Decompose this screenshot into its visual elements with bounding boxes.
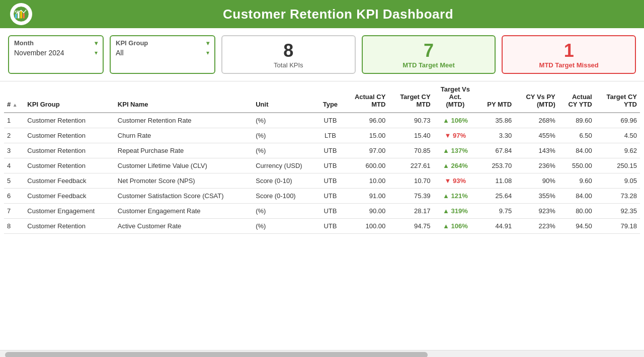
kpi-table: # ▲ KPI Group KPI Name Unit Type Actual … [4, 81, 640, 234]
cell-actual-cy-ytd: 550.00 [558, 158, 595, 173]
cell-target-cy-mtd: 227.61 [388, 158, 433, 173]
mtd-meet-card: 7 MTD Target Meet [362, 35, 496, 74]
target-pct: 106% [451, 117, 467, 124]
cell-cy-vs-py: 455% [515, 128, 558, 143]
svg-rect-4 [20, 11, 22, 18]
cell-num: 8 [4, 219, 24, 234]
cell-target-cy-mtd: 90.73 [388, 113, 433, 128]
cell-unit: (%) [253, 128, 317, 143]
col-target-cy-mtd: Target CYMTD [388, 81, 433, 113]
target-pct: 137% [451, 147, 467, 154]
month-label: Month [14, 39, 34, 47]
total-kpis-card: 8 Total KPIs [221, 35, 356, 74]
col-unit: Unit [253, 81, 317, 113]
cell-target-cy-mtd: 70.85 [388, 143, 433, 158]
cell-kpi-name: Churn Rate [115, 128, 253, 143]
horizontal-scrollbar[interactable] [0, 350, 644, 357]
svg-rect-2 [15, 14, 17, 19]
cell-num: 4 [4, 158, 24, 173]
controls-bar: Month ▾ November 2024 ▾ KPI Group ▾ All … [0, 28, 644, 81]
cell-actual-cy-ytd: 84.00 [558, 189, 595, 204]
target-pct: 106% [451, 222, 467, 230]
col-target-cy-ytd: Target CYYTD [595, 81, 640, 113]
table-body: 1 Customer Retention Customer Retention … [4, 113, 640, 234]
cell-actual-cy-mtd: 600.00 [343, 158, 388, 173]
target-arrow-icon: ▲ [443, 147, 449, 154]
kpi-group-dropdown[interactable]: KPI Group ▾ All ▾ [110, 35, 215, 74]
col-num: # ▲ [4, 81, 24, 113]
cell-target-vs-act: ▲ 319% [434, 204, 477, 219]
cell-py-mtd: 25.64 [477, 189, 515, 204]
target-pct: 121% [451, 192, 467, 200]
target-arrow-icon: ▲ [443, 192, 449, 200]
cell-cy-vs-py: 923% [515, 204, 558, 219]
target-arrow-icon: ▼ [445, 177, 451, 185]
cell-target-vs-act: ▲ 137% [434, 143, 477, 158]
cell-kpi-group: Customer Retention [24, 128, 114, 143]
cell-kpi-name: Active Customer Rate [115, 219, 253, 234]
cell-target-vs-act: ▲ 121% [434, 189, 477, 204]
cell-cy-vs-py: 355% [515, 189, 558, 204]
cell-unit: (%) [253, 113, 317, 128]
cell-type: UTB [317, 158, 343, 173]
col-kpi-name: KPI Name [115, 81, 253, 113]
cell-kpi-name: Net Promoter Score (NPS) [115, 173, 253, 189]
cell-cy-vs-py: 90% [515, 173, 558, 189]
svg-rect-3 [18, 13, 19, 19]
target-arrow-icon: ▼ [445, 132, 451, 139]
cell-unit: Currency (USD) [253, 158, 317, 173]
col-num-sort-icon[interactable]: ▲ [13, 102, 18, 108]
cell-type: UTB [317, 113, 343, 128]
cell-kpi-group: Customer Retention [24, 219, 114, 234]
app-header: KPI Customer Retention KPI Dashboard [0, 0, 644, 28]
cell-unit: Score (0-10) [253, 173, 317, 189]
kpi-group-value-chevron-icon: ▾ [206, 49, 209, 56]
scrollbar-thumb[interactable] [5, 352, 428, 357]
cell-target-cy-ytd: 79.18 [595, 219, 640, 234]
cell-target-vs-act: ▲ 106% [434, 219, 477, 234]
cell-target-cy-mtd: 94.75 [388, 219, 433, 234]
cell-num: 1 [4, 113, 24, 128]
cell-actual-cy-ytd: 84.00 [558, 143, 595, 158]
col-py-mtd: PY MTD [477, 81, 515, 113]
cell-unit: Score (0-100) [253, 189, 317, 204]
month-dropdown[interactable]: Month ▾ November 2024 ▾ [8, 35, 104, 74]
cell-actual-cy-mtd: 91.00 [343, 189, 388, 204]
target-arrow-icon: ▲ [443, 162, 449, 169]
kpi-group-label: KPI Group [116, 39, 148, 47]
kpi-group-value: All [116, 49, 124, 57]
table-row: 2 Customer Retention Churn Rate (%) LTB … [4, 128, 640, 143]
cell-target-cy-ytd: 9.05 [595, 173, 640, 189]
cell-actual-cy-mtd: 96.00 [343, 113, 388, 128]
logo: KPI [10, 3, 32, 25]
cell-cy-vs-py: 268% [515, 113, 558, 128]
cell-type: UTB [317, 189, 343, 204]
table-row: 3 Customer Retention Repeat Purchase Rat… [4, 143, 640, 158]
kpi-table-container: # ▲ KPI Group KPI Name Unit Type Actual … [0, 81, 644, 350]
col-kpi-group: KPI Group [24, 81, 114, 113]
total-kpis-label: Total KPIs [274, 61, 303, 69]
cell-target-cy-ytd: 92.35 [595, 204, 640, 219]
page-title: Customer Retention KPI Dashboard [42, 7, 634, 22]
month-chevron-icon: ▾ [95, 40, 98, 47]
cell-target-cy-ytd: 69.96 [595, 113, 640, 128]
cell-num: 7 [4, 204, 24, 219]
cell-num: 2 [4, 128, 24, 143]
table-row: 7 Customer Engagement Customer Engagemen… [4, 204, 640, 219]
cell-cy-vs-py: 223% [515, 219, 558, 234]
cell-kpi-name: Customer Retention Rate [115, 113, 253, 128]
cell-actual-cy-mtd: 15.00 [343, 128, 388, 143]
cell-target-cy-mtd: 75.39 [388, 189, 433, 204]
cell-cy-vs-py: 143% [515, 143, 558, 158]
cell-actual-cy-ytd: 80.00 [558, 204, 595, 219]
cell-target-vs-act: ▼ 93% [434, 173, 477, 189]
col-actual-cy-mtd: Actual CYMTD [343, 81, 388, 113]
cell-target-vs-act: ▼ 97% [434, 128, 477, 143]
svg-rect-5 [23, 13, 24, 18]
cell-py-mtd: 35.86 [477, 113, 515, 128]
mtd-missed-card: 1 MTD Target Missed [502, 35, 636, 74]
table-row: 6 Customer Feedback Customer Satisfactio… [4, 189, 640, 204]
cell-kpi-name: Customer Satisfaction Score (CSAT) [115, 189, 253, 204]
col-actual-cy-ytd: ActualCY YTD [558, 81, 595, 113]
cell-num: 6 [4, 189, 24, 204]
